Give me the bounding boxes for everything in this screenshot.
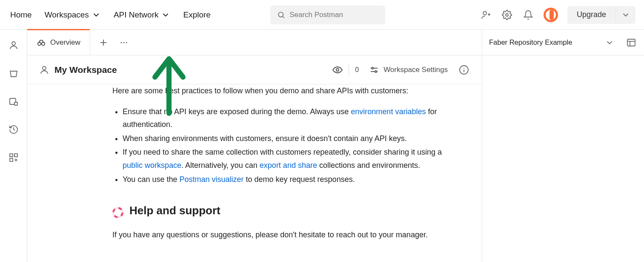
search-input[interactable] [289, 11, 378, 19]
link-env-vars[interactable]: environment variables [351, 107, 426, 116]
tabs-row: Overview [27, 30, 482, 55]
workspace-settings-label: Workspace Settings [384, 66, 448, 74]
rail-add-element-icon[interactable] [8, 152, 20, 164]
nav-explore[interactable]: Explore [183, 10, 210, 20]
svg-line-1 [283, 16, 284, 17]
environment-name: Faber Repository Example [489, 38, 600, 46]
svg-rect-11 [10, 158, 13, 161]
rail-flow-icon[interactable] [8, 95, 20, 107]
tab-overview-label: Overview [50, 38, 80, 47]
nav-home[interactable]: Home [10, 10, 32, 20]
plus-icon [98, 37, 109, 48]
svg-rect-8 [14, 102, 17, 105]
overview-content: Here are some best practices to follow w… [27, 84, 482, 262]
svg-point-23 [336, 69, 339, 71]
list-item: If you need to share the same collection… [123, 146, 453, 172]
upgrade-group: Upgrade [567, 6, 635, 24]
topbar-right: Upgrade [480, 6, 635, 24]
svg-point-20 [126, 42, 127, 43]
svg-point-22 [43, 66, 46, 70]
chevron-down-icon [605, 38, 614, 47]
svg-point-25 [372, 67, 373, 69]
nav-workspaces-label: Workspaces [45, 10, 89, 20]
chevron-down-icon [92, 10, 101, 20]
chevron-down-icon [621, 10, 630, 20]
more-horizontal-icon [119, 37, 129, 48]
search-box[interactable] [270, 6, 385, 24]
svg-point-6 [12, 42, 15, 45]
workspace-header: My Workspace 0 Workspace Settings [27, 55, 482, 84]
svg-rect-33 [627, 39, 635, 46]
svg-point-15 [42, 42, 45, 45]
rail-history-icon[interactable] [8, 124, 20, 135]
primary-nav: Home Workspaces API Network Explore [10, 10, 211, 20]
svg-point-14 [38, 42, 41, 45]
svg-point-27 [375, 71, 377, 72]
upgrade-button[interactable]: Upgrade [567, 6, 615, 24]
rail-user-icon[interactable] [8, 39, 20, 51]
tab-overflow-button[interactable] [117, 35, 131, 50]
info-button[interactable] [458, 64, 470, 76]
tab-overview[interactable]: Overview [27, 30, 90, 55]
help-paragraph: If you have any questions or suggestions… [112, 228, 453, 242]
svg-point-0 [278, 12, 283, 17]
rail-trash-icon[interactable] [8, 67, 20, 79]
list-item: Ensure that no API keys are exposed duri… [123, 105, 453, 131]
svg-point-2 [483, 12, 487, 15]
svg-point-18 [120, 42, 122, 43]
svg-point-30 [464, 67, 464, 68]
avatar[interactable] [544, 8, 558, 22]
workspace-title: My Workspace [54, 65, 117, 75]
svg-point-5 [506, 14, 508, 16]
svg-point-31 [113, 208, 123, 217]
svg-rect-9 [10, 154, 13, 157]
search-wrap [270, 6, 385, 24]
intro-text: Here are some best practices to follow w… [112, 84, 436, 98]
top-bar: Home Workspaces API Network Explore Upgr… [0, 0, 644, 30]
invite-icon[interactable] [480, 9, 492, 21]
nav-api-network-label: API Network [114, 10, 159, 20]
workspace-actions: 0 Workspace Settings [332, 64, 470, 76]
watch-count: 0 [355, 66, 359, 74]
eye-icon [332, 65, 343, 75]
svg-rect-10 [14, 154, 17, 157]
list-item: You can use the Postman visualizer to de… [123, 173, 453, 186]
workspace-title-group: My Workspace [39, 65, 117, 75]
nav-api-network[interactable]: API Network [114, 10, 171, 20]
list-item: When sharing environments with customers… [123, 132, 453, 145]
help-heading: Help and support [112, 201, 482, 220]
binoculars-icon [37, 38, 46, 47]
best-practices-list: Ensure that no API keys are exposed duri… [112, 105, 453, 186]
workspace-settings-button[interactable]: Workspace Settings [369, 65, 448, 75]
search-icon [277, 10, 285, 20]
gear-icon[interactable] [501, 9, 513, 21]
nav-workspaces[interactable]: Workspaces [45, 10, 101, 20]
info-icon [459, 65, 469, 75]
svg-point-19 [123, 42, 124, 43]
upgrade-caret[interactable] [615, 6, 635, 24]
right-rail: Faber Repository Example [482, 30, 644, 262]
new-tab-button[interactable] [96, 35, 111, 50]
main-area: Overview My Workspace [27, 30, 482, 262]
link-visualizer[interactable]: Postman visualizer [179, 175, 243, 184]
bell-icon[interactable] [522, 9, 534, 21]
sliders-icon [369, 65, 379, 75]
link-public-workspace[interactable]: public workspace [123, 161, 181, 170]
divider [349, 64, 349, 75]
watch-group[interactable]: 0 [332, 64, 359, 75]
user-icon [39, 65, 49, 75]
environment-quicklook-icon[interactable] [625, 37, 637, 49]
life-ring-icon [112, 205, 123, 216]
link-export-share[interactable]: export and share [260, 161, 317, 170]
chevron-down-icon [161, 10, 170, 20]
environment-selector[interactable]: Faber Repository Example [482, 30, 644, 55]
left-rail [0, 30, 27, 262]
